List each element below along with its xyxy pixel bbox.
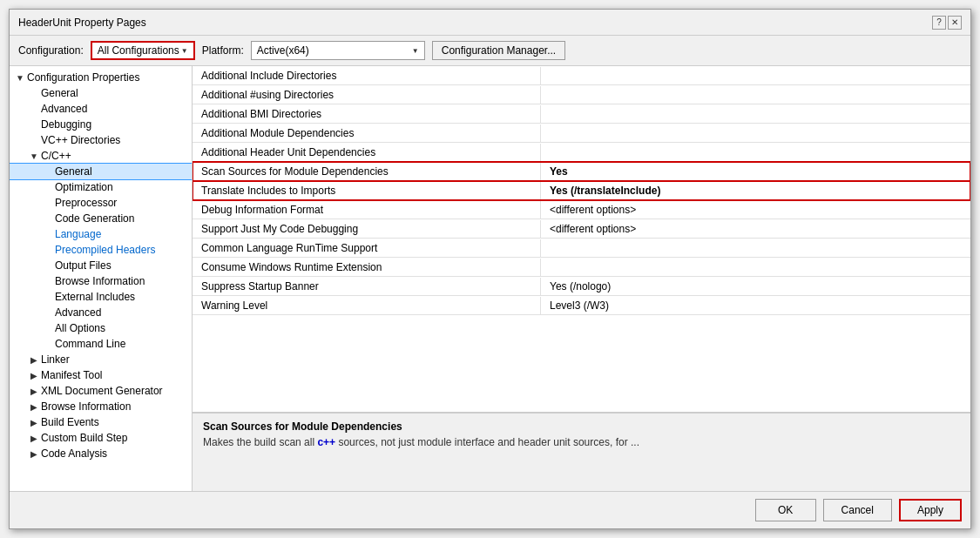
prop-name: Support Just My Code Debugging	[193, 220, 541, 238]
sidebar-item-label: Linker	[41, 353, 70, 366]
prop-name: Additional #using Directories	[193, 86, 541, 104]
table-row[interactable]: Additional Header Unit Dependencies	[193, 143, 970, 162]
sidebar-item-precomp[interactable]: Precompiled Headers	[10, 242, 192, 258]
table-row[interactable]: Additional Module Dependencies	[193, 124, 970, 143]
expand-icon: ▶	[27, 371, 41, 380]
sidebar-item-label: Advanced	[55, 306, 101, 319]
sidebar-item-advanced2[interactable]: Advanced	[10, 305, 192, 320]
expand-icon: ▶	[27, 387, 41, 396]
table-row[interactable]: Additional #using Directories	[193, 85, 970, 104]
sidebar-item-label: Output Files	[55, 259, 112, 272]
prop-value: <different options>	[541, 220, 970, 238]
sidebar-item-cpp[interactable]: ▼ C/C++	[10, 148, 192, 164]
sidebar-item-browse-info2[interactable]: ▶ Browse Information	[10, 399, 192, 414]
sidebar-item-label: Browse Information	[55, 275, 145, 287]
sidebar-item-all-opts[interactable]: All Options	[10, 320, 192, 336]
table-row[interactable]: Additional Include Directories	[193, 66, 970, 85]
ok-button[interactable]: OK	[755, 499, 816, 521]
sidebar-item-ext-inc[interactable]: External Includes	[10, 289, 192, 305]
sidebar-item-label: General	[41, 87, 78, 99]
sidebar-item-label: Build Events	[41, 416, 99, 428]
right-panel: Additional Include Directories Additiona…	[193, 66, 970, 491]
expand-icon: ▶	[27, 418, 41, 427]
table-row[interactable]: Suppress Startup Banner Yes (/nologo)	[193, 277, 970, 296]
sidebar-item-label: Language	[55, 228, 101, 240]
sidebar-item-custom-build[interactable]: ▶ Custom Build Step	[10, 430, 192, 446]
sidebar-item-advanced[interactable]: Advanced	[10, 101, 192, 117]
prop-value: Yes (/translateInclude)	[541, 182, 970, 199]
sidebar-item-debugging[interactable]: Debugging	[10, 117, 192, 132]
sidebar-item-label: XML Document Generator	[41, 385, 163, 397]
config-dropdown[interactable]: All Configurations ▼	[91, 41, 195, 60]
sidebar-item-label: Precompiled Headers	[55, 244, 155, 256]
dialog-title: HeaderUnit Property Pages	[18, 17, 146, 29]
sidebar-item-language[interactable]: Language	[10, 226, 192, 242]
table-row[interactable]: Warning Level Level3 (/W3)	[193, 296, 970, 315]
table-row-scan-sources[interactable]: Scan Sources for Module Dependencies Yes	[193, 162, 970, 181]
prop-value: Level3 (/W3)	[541, 297, 970, 314]
sidebar-item-label: External Includes	[55, 291, 135, 303]
prop-name: Additional Module Dependencies	[193, 124, 541, 142]
sidebar-item-xml-doc[interactable]: ▶ XML Document Generator	[10, 383, 192, 399]
table-row[interactable]: Common Language RunTime Support	[193, 239, 970, 258]
sidebar: ▼ Configuration Properties General Advan…	[10, 66, 193, 491]
sidebar-item-preprocessor[interactable]: Preprocessor	[10, 195, 192, 211]
sidebar-item-label: Code Generation	[55, 212, 134, 225]
table-row[interactable]: Support Just My Code Debugging <differen…	[193, 219, 970, 239]
sidebar-item-label: Configuration Properties	[27, 71, 139, 84]
expand-icon: ▶	[27, 449, 41, 459]
description-body: Makes the build scan all c++ sources, no…	[203, 436, 960, 448]
sidebar-item-cmdline[interactable]: Command Line	[10, 336, 192, 352]
sidebar-item-label: Custom Build Step	[41, 432, 127, 444]
config-label: Configuration:	[18, 44, 84, 57]
sidebar-item-linker[interactable]: ▶ Linker	[10, 352, 192, 367]
sidebar-item-browse-info[interactable]: Browse Information	[10, 273, 192, 289]
sidebar-item-label: Manifest Tool	[41, 369, 102, 381]
prop-name: Consume Windows Runtime Extension	[193, 259, 541, 276]
expand-icon: ▼	[13, 73, 27, 83]
sidebar-item-optimization[interactable]: Optimization	[10, 179, 192, 195]
sidebar-item-output[interactable]: Output Files	[10, 258, 192, 273]
prop-name: Warning Level	[193, 297, 541, 314]
prop-value	[541, 92, 970, 98]
sidebar-item-code-analysis[interactable]: ▶ Code Analysis	[10, 446, 192, 461]
prop-value: Yes (/nologo)	[541, 278, 970, 295]
sidebar-item-general[interactable]: General	[10, 85, 192, 101]
prop-name: Suppress Startup Banner	[193, 278, 541, 295]
sidebar-item-label: Preprocessor	[55, 197, 117, 209]
table-row[interactable]: Additional BMI Directories	[193, 104, 970, 124]
close-button[interactable]: ✕	[948, 16, 962, 30]
platform-dropdown[interactable]: Active(x64) ▼	[251, 41, 425, 60]
prop-name: Common Language RunTime Support	[193, 239, 541, 257]
sidebar-item-codegen[interactable]: Code Generation	[10, 211, 192, 226]
sidebar-item-config-props[interactable]: ▼ Configuration Properties	[10, 70, 192, 85]
prop-name: Additional Header Unit Dependencies	[193, 144, 541, 161]
sidebar-item-label: Browse Information	[41, 400, 131, 413]
prop-value	[541, 265, 970, 270]
prop-value	[541, 131, 970, 136]
sidebar-item-label: C/C++	[41, 150, 71, 162]
cancel-button[interactable]: Cancel	[823, 499, 892, 521]
sidebar-item-build-events[interactable]: ▶ Build Events	[10, 414, 192, 430]
config-value: All Configurations	[98, 44, 181, 57]
sidebar-item-label: Command Line	[55, 338, 125, 350]
prop-value	[541, 73, 970, 78]
sidebar-item-vcdirs[interactable]: VC++ Directories	[10, 132, 192, 148]
expand-icon: ▼	[27, 151, 41, 161]
table-row[interactable]: Consume Windows Runtime Extension	[193, 258, 970, 277]
table-row[interactable]: Debug Information Format <different opti…	[193, 200, 970, 219]
platform-label: Platform:	[202, 44, 244, 57]
help-button[interactable]: ?	[932, 16, 946, 30]
properties-table: Additional Include Directories Additiona…	[193, 66, 970, 413]
config-manager-button[interactable]: Configuration Manager...	[432, 41, 565, 60]
prop-name: Additional Include Directories	[193, 67, 541, 84]
cpp-keyword: c++	[317, 436, 335, 448]
property-pages-dialog: HeaderUnit Property Pages ? ✕ Configurat…	[9, 9, 971, 529]
table-row-translate-includes[interactable]: Translate Includes to Imports Yes (/tran…	[193, 181, 970, 200]
prop-name: Scan Sources for Module Dependencies	[193, 163, 541, 180]
apply-button[interactable]: Apply	[899, 499, 962, 521]
sidebar-item-cpp-general[interactable]: General	[10, 164, 192, 179]
prop-value	[541, 111, 970, 117]
button-bar: OK Cancel Apply	[10, 491, 970, 528]
sidebar-item-manifest-tool[interactable]: ▶ Manifest Tool	[10, 367, 192, 383]
